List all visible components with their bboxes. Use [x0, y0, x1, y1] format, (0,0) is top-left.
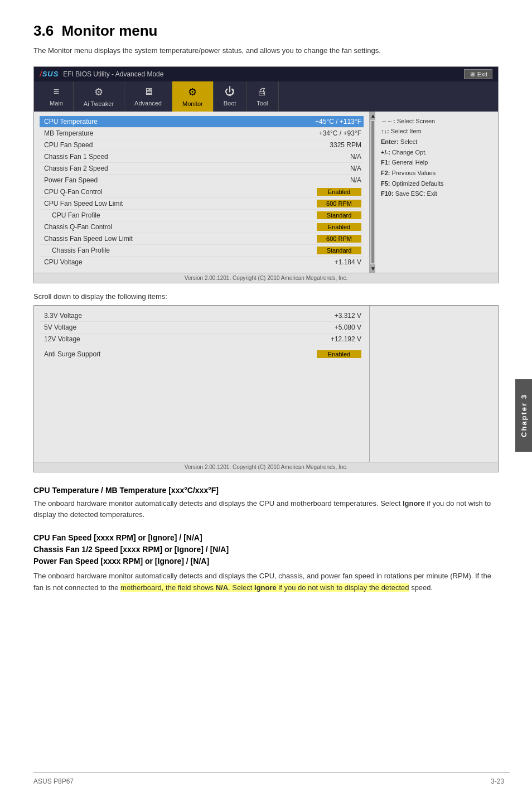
sidebar-key-f1: F1: General Help: [381, 157, 492, 168]
bios-row-cpu-qfan-control[interactable]: CPU Q-Fan Control Enabled: [40, 186, 364, 198]
bios-row-cpu-voltage[interactable]: CPU Voltage +1.184 V: [40, 257, 364, 268]
bios-titlebar: /SUS EFI BIOS Utility - Advanced Mode 🖥 …: [34, 67, 498, 81]
sidebar-key-enter: Enter: Select: [381, 137, 492, 147]
bios2-footer: Version 2.00.1201. Copyright (C) 2010 Am…: [34, 462, 498, 472]
bios-main-panel-scrolled: 3.3V Voltage +3.312 V 5V Voltage +5.080 …: [34, 306, 370, 462]
sidebar-key-f10: F10: Save ESC: Exit: [381, 189, 492, 199]
monitor-icon: ⚙: [188, 86, 197, 98]
bios-row-chassis-fan2-speed[interactable]: Chassis Fan 2 Speed N/A: [40, 163, 364, 175]
bios-body: CPU Temperature +45°C / +113°F MB Temper…: [34, 112, 498, 273]
bios-row-33v[interactable]: 3.3V Voltage +3.312 V: [40, 310, 364, 322]
chapter-label: Chapter 3: [520, 394, 528, 437]
bios-row-5v[interactable]: 5V Voltage +5.080 V: [40, 322, 364, 334]
subsection-body-fan-speeds: The onboard hardware monitor automatical…: [33, 571, 499, 594]
bios-row-power-fan-speed[interactable]: Power Fan Speed N/A: [40, 175, 364, 186]
nav-item-ai-tweaker[interactable]: ⚙ Ai Tweaker: [74, 81, 124, 112]
bios-row-mb-temp[interactable]: MB Temperature +34°C / +93°F: [40, 128, 364, 139]
bios-window-main: /SUS EFI BIOS Utility - Advanced Mode 🖥 …: [33, 66, 499, 283]
section-title: 3.6 Monitor menu: [33, 22, 499, 40]
tool-icon: 🖨: [257, 86, 267, 98]
footer-product: ASUS P8P67: [33, 777, 74, 785]
sidebar-key-f2: F2: Previous Values: [381, 168, 492, 178]
section-description: The Monitor menu displays the system tem…: [33, 45, 499, 56]
bios-row-cpu-fan-low-limit[interactable]: CPU Fan Speed Low Limit 600 RPM: [40, 198, 364, 210]
bios-row-chassis-fan1-speed[interactable]: Chassis Fan 1 Speed N/A: [40, 151, 364, 163]
sidebar-key-change-opt: +/-: Change Opt.: [381, 147, 492, 158]
scrollbar-up[interactable]: ▲: [370, 112, 375, 120]
bios-titlebar-left: /SUS EFI BIOS Utility - Advanced Mode: [40, 70, 163, 78]
bios-row-cpu-fan-profile[interactable]: CPU Fan Profile Standard: [40, 210, 364, 221]
bios-row-chassis-fan-low-limit[interactable]: Chassis Fan Speed Low Limit 600 RPM: [40, 233, 364, 245]
bios-window-scrolled: 3.3V Voltage +3.312 V 5V Voltage +5.080 …: [33, 305, 499, 472]
subsection-body-cpu-temp: The onboard hardware monitor automatical…: [33, 498, 499, 521]
footer-page: 3-23: [491, 777, 504, 785]
subsection-title-fan-speeds: CPU Fan Speed [xxxx RPM] or [Ignore] / […: [33, 532, 499, 567]
bios-row-cpu-temp[interactable]: CPU Temperature +45°C / +113°F: [40, 116, 364, 128]
bios-window-title: EFI BIOS Utility - Advanced Mode: [63, 70, 163, 78]
chapter-sidebar: Chapter 3: [515, 379, 532, 452]
bios-row-12v[interactable]: 12V Voltage +12.192 V: [40, 334, 364, 345]
scrollbar-down[interactable]: ▼: [370, 264, 375, 273]
main-icon: ≡: [54, 86, 60, 98]
advanced-icon: 🖥: [143, 86, 153, 98]
sidebar-key-select-item: ↑↓: Select Item: [381, 126, 492, 137]
nav-item-monitor[interactable]: ⚙ Monitor: [172, 81, 214, 112]
bios-logo: /SUS: [40, 70, 59, 78]
boot-icon: ⏻: [225, 86, 235, 98]
bios-row-cpu-fan-speed[interactable]: CPU Fan Speed 3325 RPM: [40, 139, 364, 151]
bios-sidebar-help: →←: Select Screen ↑↓: Select Item Enter:…: [375, 112, 498, 273]
bios-row-anti-surge[interactable]: Anti Surge Support Enabled: [40, 349, 364, 360]
scroll-note: Scroll down to display the following ite…: [33, 292, 499, 301]
bios-exit-button[interactable]: 🖥 Exit: [464, 69, 492, 79]
bios-body-scrolled: 3.3V Voltage +3.312 V 5V Voltage +5.080 …: [34, 306, 498, 462]
subsection-title-cpu-temp: CPU Temperature / MB Temperature [xxx°C/…: [33, 486, 499, 495]
scrollbar-thumb[interactable]: [371, 121, 374, 263]
exit-icon: 🖥: [469, 71, 475, 78]
sidebar-key-select-screen: →←: Select Screen: [381, 116, 492, 127]
nav-item-tool[interactable]: 🖨 Tool: [246, 81, 278, 111]
bios-row-chassis-fan-profile[interactable]: Chassis Fan Profile Standard: [40, 245, 364, 257]
nav-item-advanced[interactable]: 🖥 Advanced: [124, 81, 172, 111]
bios-sidebar-empty: [370, 306, 498, 462]
nav-item-boot[interactable]: ⏻ Boot: [214, 81, 247, 111]
bios-footer: Version 2.00.1201. Copyright (C) 2010 Am…: [34, 273, 498, 283]
bios-row-chassis-qfan-control[interactable]: Chassis Q-Fan Control Enabled: [40, 221, 364, 233]
sidebar-key-f5: F5: Optimized Defaults: [381, 178, 492, 189]
footer-divider: [33, 772, 510, 773]
bios-scrollbar[interactable]: ▲ ▼: [370, 112, 375, 273]
bios-navbar: ≡ Main ⚙ Ai Tweaker 🖥 Advanced ⚙ Monitor…: [34, 81, 498, 112]
bios-main-panel: CPU Temperature +45°C / +113°F MB Temper…: [34, 112, 370, 273]
nav-item-main[interactable]: ≡ Main: [40, 81, 74, 111]
ai-tweaker-icon: ⚙: [94, 86, 103, 98]
